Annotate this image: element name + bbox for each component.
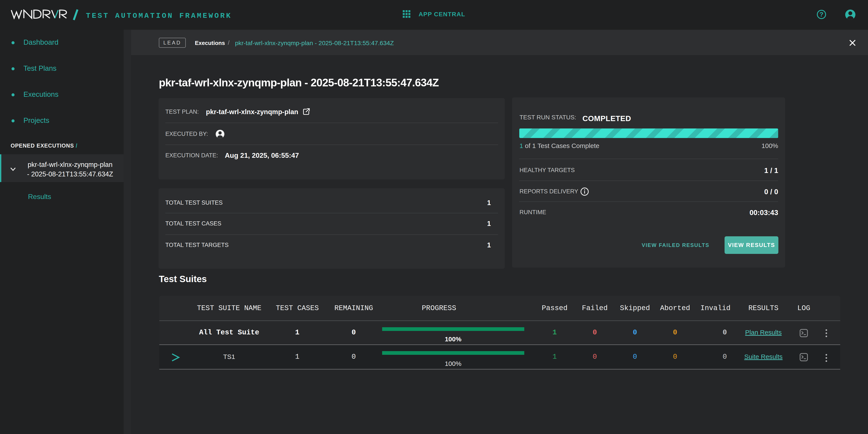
svg-text:?: ? <box>819 11 823 18</box>
